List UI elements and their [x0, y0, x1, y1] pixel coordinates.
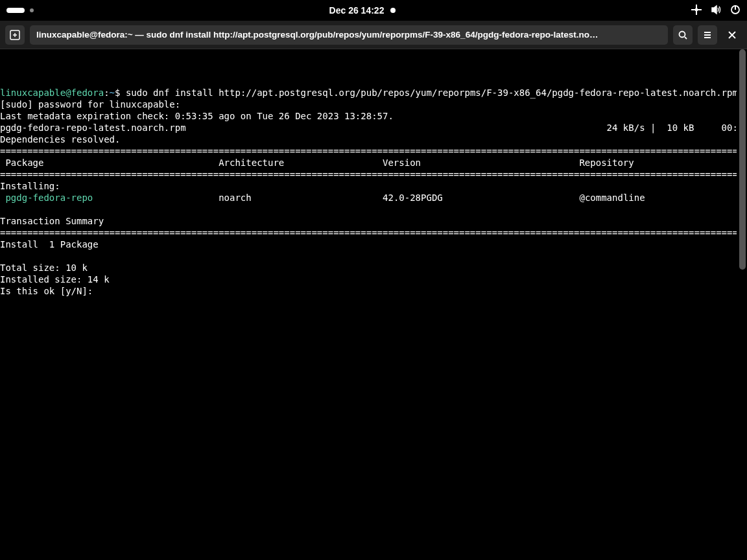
terminal-content: linuxcapable@fedora:~$ sudo dnf install … — [0, 87, 737, 297]
metadata-line: Last metadata expiration check: 0:53:35 … — [0, 111, 394, 121]
topbar-left — [6, 8, 34, 13]
divider-1: ========================================… — [0, 146, 737, 156]
close-button[interactable] — [722, 25, 742, 45]
svg-rect-0 — [696, 5, 697, 8]
install-count: Install 1 Package — [0, 239, 99, 250]
confirm-prompt: Is this ok [y/N]: — [0, 286, 99, 296]
workspace-dot — [30, 8, 34, 12]
activities-indicator[interactable] — [6, 8, 25, 13]
sudo-prompt-line: [sudo] password for linuxcapable: — [0, 99, 180, 110]
prompt-dollar: $ — [115, 88, 126, 98]
datetime-label: Dec 26 14:22 — [329, 5, 385, 16]
topbar-right — [691, 5, 741, 17]
transaction-summary: Transaction Summary — [0, 216, 104, 226]
package-name: pgdg-fedora-repo — [0, 192, 93, 203]
prompt-user: linuxcapable@fedora — [0, 88, 104, 98]
window-title: linuxcapable@fedora:~ — sudo dnf install… — [30, 25, 668, 45]
terminal-window-header: linuxcapable@fedora:~ — sudo dnf install… — [0, 21, 747, 49]
svg-rect-2 — [698, 9, 702, 10]
divider-2: ========================================… — [0, 169, 737, 180]
gnome-topbar: Dec 26 14:22 — [0, 0, 747, 21]
svg-point-8 — [680, 31, 685, 37]
divider-3: ========================================… — [0, 228, 737, 238]
notification-dot-icon — [390, 8, 396, 13]
package-row-rest: noarch 42.0-28PGDG @commandline 10 k — [93, 192, 737, 203]
new-tab-button[interactable] — [5, 25, 25, 45]
command-text: sudo dnf install http://apt.postgresql.o… — [126, 88, 737, 98]
network-icon[interactable] — [691, 5, 702, 17]
power-icon[interactable] — [730, 5, 741, 17]
prompt-path: ~ — [110, 88, 115, 98]
svg-rect-6 — [735, 5, 736, 10]
download-line: pgdg-fedora-repo-latest.noarch.rpm 24 kB… — [0, 122, 737, 133]
window-title-text: linuxcapable@fedora:~ — sudo dnf install… — [36, 30, 598, 40]
installing-label: Installing: — [0, 181, 60, 191]
svg-rect-3 — [696, 11, 697, 15]
deps-line: Dependencies resolved. — [0, 134, 120, 145]
svg-rect-1 — [691, 9, 695, 10]
menu-button[interactable] — [698, 25, 717, 45]
scrollbar[interactable] — [739, 49, 746, 270]
terminal-body[interactable]: linuxcapable@fedora:~$ sudo dnf install … — [0, 49, 747, 311]
total-size: Total size: 10 k — [0, 262, 88, 273]
topbar-clock[interactable]: Dec 26 14:22 — [329, 5, 396, 16]
table-header: Package Architecture Version Repository … — [0, 158, 737, 168]
search-button[interactable] — [673, 25, 693, 45]
prompt-colon: : — [104, 88, 109, 98]
installed-size: Installed size: 14 k — [0, 274, 110, 285]
volume-icon[interactable] — [711, 5, 721, 17]
svg-rect-4 — [695, 8, 698, 11]
